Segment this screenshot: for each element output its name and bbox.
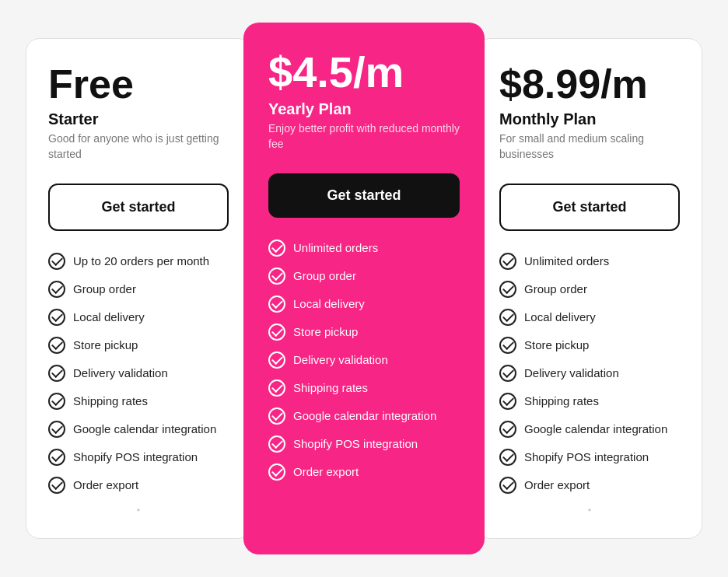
- feature-label: Up to 20 orders per month: [73, 253, 209, 269]
- feature-item: Store pickup: [268, 323, 460, 341]
- feature-label: Store pickup: [73, 337, 138, 353]
- check-icon: [499, 309, 516, 326]
- check-icon: [499, 393, 516, 410]
- feature-label: Delivery validation: [293, 351, 388, 368]
- feature-item: Group order: [48, 281, 229, 298]
- plan-card-free: FreeStarterGood for anyone who is just g…: [26, 38, 251, 539]
- feature-label: Local delivery: [524, 309, 596, 325]
- feature-item: Google calendar integration: [268, 407, 460, 425]
- check-icon: [268, 351, 285, 369]
- feature-label: Order export: [73, 477, 138, 493]
- check-icon: [499, 281, 516, 298]
- feature-label: Shipping rates: [73, 393, 148, 409]
- feature-item: Unlimited orders: [499, 253, 680, 270]
- feature-item: Group order: [268, 268, 460, 285]
- feature-item: Shipping rates: [268, 379, 460, 397]
- features-list: Unlimited ordersGroup orderLocal deliver…: [499, 253, 680, 494]
- feature-item: Delivery validation: [499, 365, 680, 382]
- feature-label: Delivery validation: [524, 365, 619, 381]
- feature-label: Shopify POS integration: [524, 449, 649, 465]
- plan-price: $4.5/m: [268, 51, 460, 94]
- feature-label: Group order: [524, 281, 587, 297]
- check-icon: [499, 337, 516, 354]
- feature-item: Shopify POS integration: [499, 449, 680, 466]
- feature-item: Up to 20 orders per month: [48, 253, 229, 270]
- check-icon: [48, 421, 65, 438]
- feature-label: Delivery validation: [73, 365, 168, 381]
- feature-item: Unlimited orders: [268, 240, 460, 257]
- feature-item: Local delivery: [268, 295, 460, 313]
- feature-item: Delivery validation: [268, 351, 460, 369]
- scroll-indicator: ●: [499, 494, 680, 513]
- feature-label: Order export: [293, 463, 359, 480]
- check-icon: [499, 253, 516, 270]
- get-started-button-monthly[interactable]: Get started: [499, 184, 680, 231]
- check-icon: [268, 323, 285, 341]
- check-icon: [268, 240, 285, 257]
- feature-item: Shipping rates: [48, 393, 229, 410]
- check-icon: [48, 309, 65, 326]
- feature-item: Shipping rates: [499, 393, 680, 410]
- feature-item: Order export: [499, 477, 680, 494]
- check-icon: [499, 449, 516, 466]
- pricing-container: FreeStarterGood for anyone who is just g…: [0, 23, 728, 554]
- feature-label: Google calendar integration: [524, 421, 667, 437]
- feature-item: Store pickup: [499, 337, 680, 354]
- feature-label: Google calendar integration: [73, 421, 216, 437]
- check-icon: [268, 407, 285, 425]
- plan-name: Starter: [48, 110, 229, 128]
- check-icon: [268, 463, 285, 481]
- check-icon: [268, 268, 285, 285]
- feature-item: Google calendar integration: [499, 421, 680, 438]
- plan-description: Enjoy better profit with reduced monthly…: [268, 121, 460, 152]
- feature-label: Order export: [524, 477, 590, 493]
- feature-label: Unlimited orders: [524, 253, 609, 269]
- check-icon: [499, 477, 516, 494]
- feature-label: Google calendar integration: [293, 407, 436, 424]
- feature-item: Group order: [499, 281, 680, 298]
- check-icon: [48, 365, 65, 382]
- feature-item: Shopify POS integration: [268, 435, 460, 453]
- scroll-indicator: ●: [48, 494, 229, 513]
- plan-price: $8.99/m: [499, 64, 680, 104]
- feature-item: Order export: [268, 463, 460, 481]
- check-icon: [48, 477, 65, 494]
- check-icon: [48, 253, 65, 270]
- plan-price: Free: [48, 64, 229, 104]
- feature-label: Shopify POS integration: [293, 435, 418, 452]
- features-list: Unlimited ordersGroup orderLocal deliver…: [268, 240, 460, 481]
- plan-description: Good for anyone who is just getting star…: [48, 131, 229, 162]
- feature-item: Delivery validation: [48, 365, 229, 382]
- feature-label: Shipping rates: [293, 379, 368, 396]
- feature-item: Shopify POS integration: [48, 449, 229, 466]
- check-icon: [48, 281, 65, 298]
- check-icon: [48, 449, 65, 466]
- feature-item: Local delivery: [48, 309, 229, 326]
- feature-label: Store pickup: [293, 323, 358, 340]
- feature-label: Local delivery: [293, 295, 365, 312]
- feature-item: Store pickup: [48, 337, 229, 354]
- feature-label: Shipping rates: [524, 393, 599, 409]
- feature-item: Local delivery: [499, 309, 680, 326]
- feature-label: Shopify POS integration: [73, 449, 198, 465]
- check-icon: [48, 337, 65, 354]
- features-list: Up to 20 orders per monthGroup orderLoca…: [48, 253, 229, 494]
- get-started-button-free[interactable]: Get started: [48, 184, 229, 231]
- feature-label: Group order: [73, 281, 136, 297]
- feature-item: Order export: [48, 477, 229, 494]
- check-icon: [48, 393, 65, 410]
- check-icon: [499, 365, 516, 382]
- plan-name: Yearly Plan: [268, 100, 460, 118]
- feature-item: Google calendar integration: [48, 421, 229, 438]
- feature-label: Local delivery: [73, 309, 145, 325]
- plan-name: Monthly Plan: [499, 110, 680, 128]
- check-icon: [268, 435, 285, 453]
- plan-description: For small and medium scaling businesses: [499, 131, 680, 162]
- feature-label: Store pickup: [524, 337, 589, 353]
- check-icon: [499, 421, 516, 438]
- plan-card-monthly: $8.99/mMonthly PlanFor small and medium …: [477, 38, 702, 539]
- check-icon: [268, 379, 285, 397]
- check-icon: [268, 295, 285, 313]
- get-started-button-yearly[interactable]: Get started: [268, 173, 460, 218]
- feature-label: Unlimited orders: [293, 240, 378, 256]
